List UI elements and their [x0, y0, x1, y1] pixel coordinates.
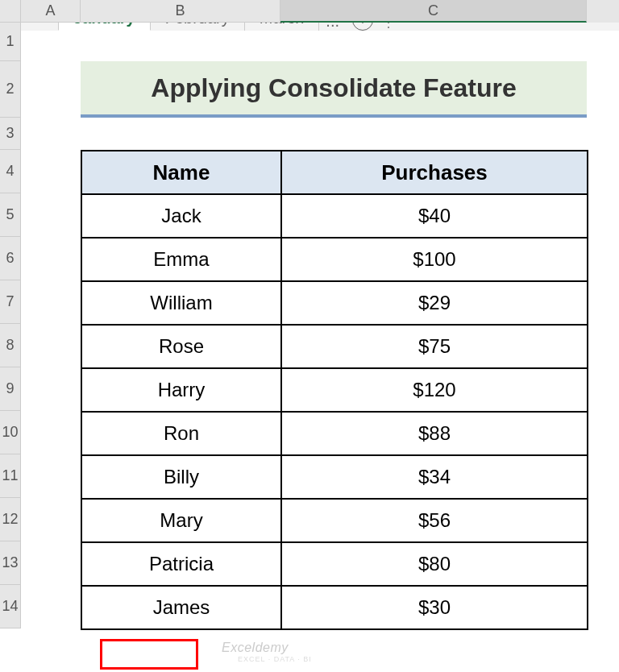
cell-name[interactable]: Rose	[81, 325, 281, 368]
row-header-6[interactable]: 6	[0, 237, 21, 280]
table-row: Emma$100	[81, 238, 588, 281]
row-header-2[interactable]: 2	[0, 61, 21, 118]
select-all-corner[interactable]	[0, 0, 21, 23]
header-name[interactable]: Name	[81, 151, 281, 194]
cell-purchases[interactable]: $80	[281, 542, 588, 586]
cell-purchases[interactable]: $88	[281, 412, 588, 455]
cell-name[interactable]: Patricia	[81, 542, 281, 586]
row-header-13[interactable]: 13	[0, 541, 21, 585]
row-header-1[interactable]: 1	[0, 23, 21, 61]
table-header-row: Name Purchases	[81, 151, 588, 194]
header-purchases[interactable]: Purchases	[281, 151, 588, 194]
table-row: Billy$34	[81, 455, 588, 499]
cell-name[interactable]: Billy	[81, 455, 281, 499]
cell-purchases[interactable]: $40	[281, 194, 588, 238]
table-row: Rose$75	[81, 325, 588, 368]
row-header-8[interactable]: 8	[0, 324, 21, 367]
cell-purchases[interactable]: $120	[281, 368, 588, 412]
spreadsheet: A B C 1 2 3 4 5 6 7 8 9 10 11 12 13 14 A…	[0, 0, 619, 672]
row-header-7[interactable]: 7	[0, 280, 21, 324]
cell-purchases[interactable]: $100	[281, 238, 588, 281]
row-header-10[interactable]: 10	[0, 411, 21, 454]
column-headers: A B C	[21, 0, 619, 23]
table-row: Patricia$80	[81, 542, 588, 586]
cell-purchases[interactable]: $56	[281, 499, 588, 542]
table-row: William$29	[81, 281, 588, 325]
cell-purchases[interactable]: $30	[281, 586, 588, 629]
cells-area[interactable]: Applying Consolidate Feature Name Purcha…	[21, 23, 619, 672]
cell-purchases[interactable]: $75	[281, 325, 588, 368]
row-header-5[interactable]: 5	[0, 193, 21, 237]
cell-name[interactable]: Harry	[81, 368, 281, 412]
cell-name[interactable]: Jack	[81, 194, 281, 238]
cell-name[interactable]: Mary	[81, 499, 281, 542]
data-table: Name Purchases Jack$40 Emma$100 William$…	[81, 150, 588, 630]
table-row: Jack$40	[81, 194, 588, 238]
row-headers: 1 2 3 4 5 6 7 8 9 10 11 12 13 14	[0, 23, 21, 628]
col-header-a[interactable]: A	[21, 0, 81, 23]
cell-purchases[interactable]: $34	[281, 455, 588, 499]
cell-name[interactable]: Emma	[81, 238, 281, 281]
table-row: Harry$120	[81, 368, 588, 412]
table-row: James$30	[81, 586, 588, 629]
row-header-12[interactable]: 12	[0, 498, 21, 541]
row-header-14[interactable]: 14	[0, 585, 21, 628]
row-header-3[interactable]: 3	[0, 118, 21, 150]
watermark: Exceldemy	[222, 641, 289, 655]
cell-name[interactable]: James	[81, 586, 281, 629]
watermark-sub: EXCEL · DATA · BI	[238, 655, 312, 663]
row-header-9[interactable]: 9	[0, 367, 21, 411]
col-header-c[interactable]: C	[280, 0, 587, 23]
row-header-4[interactable]: 4	[0, 150, 21, 193]
table-row: Ron$88	[81, 412, 588, 455]
table-row: Mary$56	[81, 499, 588, 542]
title-cell[interactable]: Applying Consolidate Feature	[81, 61, 587, 118]
row-header-11[interactable]: 11	[0, 454, 21, 498]
cell-name[interactable]: William	[81, 281, 281, 325]
cell-purchases[interactable]: $29	[281, 281, 588, 325]
col-header-b[interactable]: B	[81, 0, 280, 23]
cell-name[interactable]: Ron	[81, 412, 281, 455]
